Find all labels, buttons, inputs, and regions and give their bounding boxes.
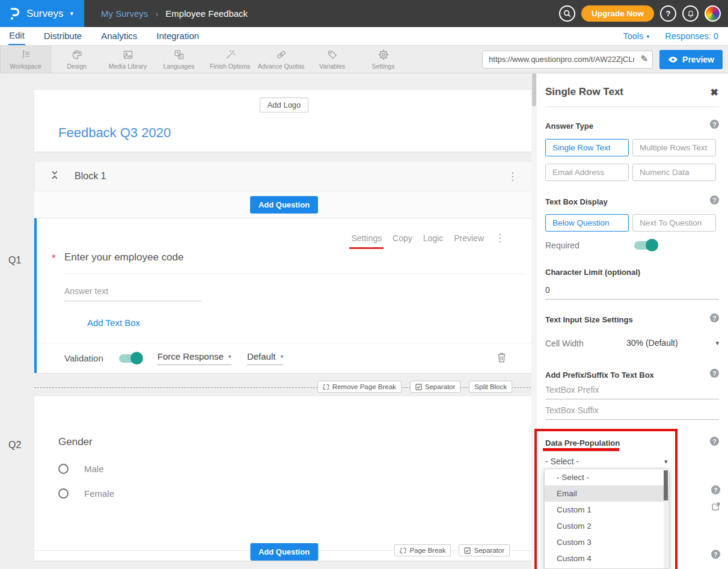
- force-response-dropdown[interactable]: Force Response ▾: [158, 351, 231, 365]
- split-block-button[interactable]: Split Block: [469, 381, 512, 393]
- data-prepopulation-select[interactable]: - Select - ▾: [545, 456, 719, 467]
- separator-button-bottom[interactable]: Separator: [459, 544, 510, 556]
- data-prepopulation-dropdown: - Select - Email Custom 1 Custom 2 Custo…: [544, 469, 669, 569]
- answer-type-label: Answer Type: [545, 121, 593, 131]
- help-icon[interactable]: ?: [710, 120, 719, 129]
- checkbox-icon: [464, 547, 471, 554]
- dropdown-option-select[interactable]: - Select -: [545, 469, 668, 485]
- textbox-prefix-input[interactable]: [545, 383, 719, 399]
- dropdown-option-custom1[interactable]: Custom 1: [545, 502, 668, 518]
- cell-width-value[interactable]: 30% (Default): [626, 338, 678, 348]
- chevron-down-icon[interactable]: ▾: [715, 339, 719, 347]
- character-limit-input[interactable]: [545, 283, 719, 300]
- close-panel-icon[interactable]: ✖: [711, 87, 718, 98]
- add-text-box-link[interactable]: Add Text Box: [87, 318, 140, 328]
- survey-url-input[interactable]: [482, 51, 653, 69]
- answer-type-multiple-rows[interactable]: Multiple Rows Text: [632, 139, 716, 156]
- radio-male[interactable]: [58, 464, 69, 474]
- trash-icon: [497, 352, 506, 363]
- separator-button[interactable]: Separator: [410, 381, 461, 393]
- option-label-male[interactable]: Male: [84, 464, 104, 474]
- question-menu-icon[interactable]: ⋮: [495, 232, 505, 244]
- help-icon[interactable]: ?: [710, 437, 719, 446]
- display-below-question[interactable]: Below Question: [545, 214, 629, 232]
- question-tab-logic[interactable]: Logic: [423, 233, 443, 243]
- help-icon[interactable]: ?: [710, 313, 719, 322]
- external-link-icon[interactable]: [711, 502, 721, 514]
- prefix-suffix-label: Add Prefix/Suffix To Text Box: [545, 371, 654, 380]
- help-button[interactable]: ?: [660, 5, 676, 22]
- validation-toggle[interactable]: [119, 354, 142, 363]
- option-label-female[interactable]: Female: [84, 488, 114, 499]
- tools-menu[interactable]: Tools ▾: [623, 31, 649, 41]
- eye-icon: [668, 56, 678, 63]
- dropdown-option-custom2[interactable]: Custom 2: [545, 518, 668, 534]
- toolbar-item-settings[interactable]: Settings: [358, 46, 409, 73]
- answer-text-input[interactable]: [64, 284, 201, 301]
- toolbar-item-variables[interactable]: Variables: [307, 46, 358, 73]
- remove-page-break-button[interactable]: Remove Page Break: [317, 381, 402, 393]
- input-size-header: Text Input Size Settings ?: [545, 314, 719, 325]
- text-box-display-header: Text Box Display ?: [545, 196, 719, 207]
- separator-label: Separator: [425, 383, 456, 390]
- chevron-down-icon: ▾: [280, 353, 283, 360]
- help-icon[interactable]: ?: [711, 550, 720, 559]
- help-icon[interactable]: ?: [710, 369, 719, 378]
- toolbar-item-finish-options[interactable]: Finish Options: [204, 46, 255, 73]
- page-break-button[interactable]: Page Break: [394, 544, 451, 556]
- survey-header-card: Add Logo Feedback Q3 2020: [34, 90, 534, 152]
- add-logo-button[interactable]: Add Logo: [260, 97, 309, 112]
- question2-text[interactable]: Gender: [58, 436, 93, 448]
- help-icon[interactable]: ?: [711, 485, 720, 494]
- collapse-block-icon[interactable]: [50, 170, 59, 182]
- upgrade-now-button[interactable]: Upgrade Now: [581, 5, 654, 22]
- search-button[interactable]: [559, 5, 575, 22]
- dropdown-option-custom4[interactable]: Custom 4: [545, 550, 668, 567]
- required-toggle[interactable]: [634, 241, 657, 250]
- tab-integration[interactable]: Integration: [156, 28, 200, 45]
- translate-icon: A: [173, 49, 185, 61]
- force-response-label: Force Response: [158, 351, 224, 361]
- survey-title[interactable]: Feedback Q3 2020: [58, 125, 171, 141]
- dropdown-option-custom3[interactable]: Custom 3: [545, 534, 668, 550]
- toolbar-item-design[interactable]: Design: [51, 46, 102, 73]
- data-prepopulation-header: Data Pre-Population ?: [545, 437, 719, 448]
- edit-url-icon[interactable]: ✎: [640, 54, 648, 64]
- notifications-button[interactable]: [682, 5, 699, 22]
- delete-question-button[interactable]: [497, 352, 506, 365]
- tab-edit[interactable]: Edit: [8, 27, 25, 45]
- question-tab-preview[interactable]: Preview: [454, 233, 484, 243]
- validation-default-dropdown[interactable]: Default ▾: [247, 351, 284, 365]
- breadcrumb-my-surveys[interactable]: My Surveys: [101, 8, 148, 19]
- responses-count[interactable]: Responses: 0: [665, 31, 718, 41]
- textbox-suffix-input[interactable]: [545, 403, 719, 420]
- question-tab-copy[interactable]: Copy: [393, 233, 412, 243]
- dropdown-option-email[interactable]: Email: [545, 485, 668, 502]
- toolbar-item-languages[interactable]: A Languages: [153, 46, 204, 73]
- tab-distribute[interactable]: Distribute: [43, 28, 82, 45]
- question1-text[interactable]: Enter your employee code: [64, 251, 183, 263]
- toolbar-item-media-library[interactable]: Media Library: [102, 46, 153, 73]
- preview-button[interactable]: Preview: [659, 50, 723, 69]
- answer-type-single-row[interactable]: Single Row Text: [545, 139, 629, 156]
- block-menu-icon[interactable]: ⋮: [507, 170, 518, 183]
- toolbar-item-advance-quotas[interactable]: Advance Quotas: [255, 46, 307, 73]
- answer-type-numeric[interactable]: Numeric Data: [632, 164, 716, 181]
- product-switcher[interactable]: Surveys ▾: [0, 0, 84, 27]
- block-title[interactable]: Block 1: [75, 171, 106, 182]
- display-next-to-question[interactable]: Next To Question: [632, 214, 716, 232]
- radio-female[interactable]: [58, 488, 69, 499]
- unlink-icon: [400, 547, 406, 554]
- data-prepopulation-label: Data Pre-Population: [545, 438, 620, 448]
- tab-analytics[interactable]: Analytics: [100, 28, 138, 45]
- question-tab-settings[interactable]: Settings: [351, 233, 382, 243]
- toolbar-item-workspace[interactable]: Workspace: [0, 46, 51, 73]
- help-icon[interactable]: ?: [710, 195, 719, 205]
- canvas-scrollbar[interactable]: [531, 73, 537, 569]
- add-question-button-bottom[interactable]: Add Question: [250, 543, 318, 561]
- answer-type-email[interactable]: Email Address: [545, 164, 629, 181]
- scrollbar-thumb[interactable]: [532, 73, 536, 106]
- dropdown-scrollbar-thumb[interactable]: [664, 470, 668, 500]
- user-avatar[interactable]: [705, 5, 721, 22]
- add-question-button[interactable]: Add Question: [250, 196, 318, 214]
